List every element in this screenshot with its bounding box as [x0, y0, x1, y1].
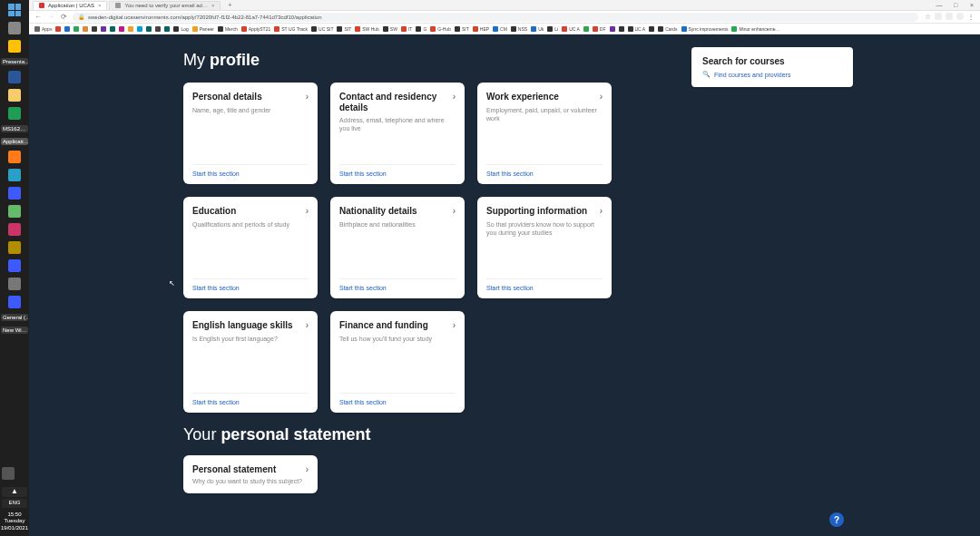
start-section-link[interactable]: Start this section [339, 278, 456, 298]
bookmark-item[interactable]: DF [593, 26, 606, 32]
bookmark-item[interactable]: Li [547, 26, 558, 32]
bookmark-item[interactable]: Uk [531, 26, 544, 32]
app-icon[interactable] [8, 187, 21, 200]
app-icon[interactable] [8, 241, 21, 254]
bookmark-item[interactable]: Log [173, 26, 188, 32]
excel-icon[interactable] [8, 107, 21, 120]
app-icon[interactable] [8, 205, 21, 218]
app-icon[interactable] [8, 223, 21, 236]
profile-avatar[interactable] [956, 13, 964, 20]
bookmark-item[interactable]: SW Hub [355, 26, 379, 32]
task-preview-label[interactable]: New Wi… [1, 326, 28, 334]
menu-button[interactable]: ⋮ [967, 13, 975, 21]
bookmark-item[interactable]: SIT [337, 26, 351, 32]
apps-shortcut[interactable]: Apps [34, 26, 52, 32]
maximize-button[interactable]: □ [951, 2, 960, 8]
url-input[interactable]: 🔒 sweden-digital.ucasenvironments.com/ap… [73, 13, 918, 22]
start-section-link[interactable]: Start this section [486, 164, 603, 184]
bookmark-item[interactable] [128, 26, 133, 32]
start-section-link[interactable]: Start this section [339, 164, 456, 184]
supporting-information-card[interactable]: Supporting information›So that providers… [477, 197, 612, 298]
language-indicator[interactable]: ENG [2, 499, 27, 508]
tray-expand-icon[interactable]: ▲ [2, 487, 27, 496]
work-experience-card[interactable]: Work experience›Employment, paid, unpaid… [477, 83, 612, 184]
bookmark-item[interactable]: Paneer [192, 26, 214, 32]
bookmark-item[interactable]: Cards [658, 26, 677, 32]
bookmark-item[interactable] [619, 26, 624, 32]
browser-icon[interactable] [8, 40, 21, 53]
contact-residency-card[interactable]: Contact and residency details›Address, e… [330, 83, 465, 184]
bookmark-item[interactable]: IT [401, 26, 412, 32]
education-card[interactable]: Education›Qualifications and periods of … [183, 197, 318, 298]
extension-icon[interactable] [946, 13, 953, 20]
start-section-link[interactable]: Start this section [192, 393, 309, 413]
tab-application[interactable]: Application | UCAS × [33, 1, 107, 10]
app-icon[interactable] [2, 467, 15, 480]
start-button[interactable] [8, 4, 21, 16]
bookmark-item[interactable]: Sync improvements [681, 26, 729, 32]
file-explorer-icon[interactable] [8, 89, 21, 102]
new-tab-button[interactable]: + [226, 2, 233, 9]
start-section-link[interactable]: Start this section [192, 164, 309, 184]
bookmark-item[interactable]: Merch [218, 26, 238, 32]
bookmark-item[interactable] [137, 26, 142, 32]
app-icon[interactable] [8, 278, 21, 290]
bookmark-item[interactable] [583, 26, 589, 32]
bookmark-item[interactable]: SIT [455, 26, 469, 32]
bookmark-item[interactable]: UC A [628, 26, 646, 32]
bookmark-item[interactable] [119, 26, 124, 32]
back-button[interactable]: ← [34, 13, 42, 21]
bookmark-item[interactable] [64, 26, 70, 32]
start-section-link[interactable]: Start this section [192, 278, 309, 298]
bookmark-item[interactable]: G [416, 26, 426, 32]
bookmark-item[interactable]: G-Hub [430, 26, 451, 32]
close-icon[interactable]: × [98, 3, 102, 8]
bookmark-item[interactable] [155, 26, 161, 32]
bookmark-item[interactable] [110, 26, 115, 32]
clock-time[interactable]: 15:50 [0, 512, 29, 519]
task-preview-label[interactable]: MS162… [1, 125, 28, 132]
bookmark-item[interactable] [74, 26, 79, 32]
bookmark-item[interactable]: SW [383, 26, 397, 32]
task-preview-label[interactable]: General (… [1, 314, 28, 321]
bookmark-item[interactable] [146, 26, 152, 32]
start-section-link[interactable]: Start this section [339, 393, 456, 413]
task-preview-label[interactable]: Presenta… [1, 58, 28, 65]
edge-icon[interactable] [8, 169, 21, 181]
bookmark-item[interactable]: ApplyST21 [241, 26, 270, 32]
close-icon[interactable]: × [211, 3, 215, 8]
bookmark-item[interactable] [649, 26, 654, 32]
extension-icon[interactable] [935, 13, 942, 20]
bookmark-item[interactable]: ST UG Track [274, 26, 308, 32]
word-icon[interactable] [8, 71, 21, 83]
nationality-details-card[interactable]: Nationality details›Birthplace and natio… [330, 197, 465, 298]
app-icon[interactable] [8, 296, 21, 308]
tab-verify-email[interactable]: You need to verify your email ad… × [109, 1, 220, 10]
bookmark-item[interactable]: HEP [473, 26, 489, 32]
reload-button[interactable]: ⟳ [60, 13, 67, 21]
personal-details-card[interactable]: Personal details›Name, age, title and ge… [183, 83, 318, 184]
task-preview-label[interactable]: Applicati… [1, 138, 28, 145]
bookmark-item[interactable] [610, 26, 615, 32]
bookmark-item[interactable]: UC A [562, 26, 580, 32]
start-section-link[interactable]: Start this section [486, 278, 603, 298]
forward-button[interactable]: → [47, 13, 54, 21]
bookmark-item[interactable]: CM [493, 26, 507, 32]
bookmark-item[interactable] [164, 26, 170, 32]
bookmark-star-icon[interactable]: ☆ [924, 13, 931, 21]
bookmark-item[interactable]: Minor enhanceme… [731, 26, 779, 32]
bookmark-item[interactable] [83, 26, 88, 32]
minimize-button[interactable]: — [935, 2, 944, 8]
help-button[interactable]: ? [829, 512, 844, 527]
personal-statement-card[interactable]: Personal statement › Why do you want to … [183, 455, 318, 493]
bookmark-item[interactable] [92, 26, 97, 32]
taskview-icon[interactable] [8, 22, 21, 34]
bookmark-item[interactable] [101, 26, 106, 32]
english-language-skills-card[interactable]: English language skills›Is English your … [183, 311, 318, 413]
bookmark-item[interactable]: NSS [511, 26, 527, 32]
bookmark-item[interactable]: UC SIT [311, 26, 333, 32]
bookmark-item[interactable] [55, 26, 61, 32]
close-window-button[interactable]: × [967, 2, 976, 8]
app-icon[interactable] [8, 259, 21, 272]
finance-and-funding-card[interactable]: Finance and funding›Tell us how you'll f… [330, 311, 465, 413]
